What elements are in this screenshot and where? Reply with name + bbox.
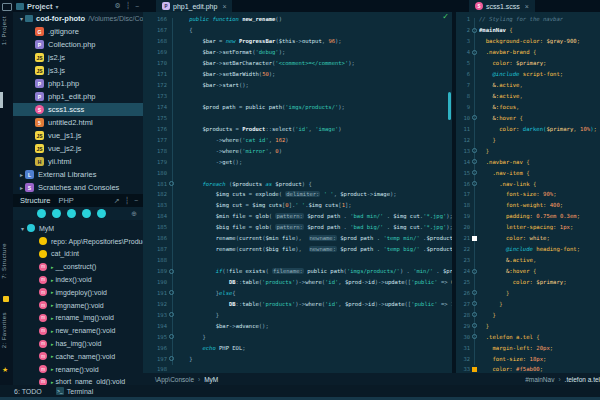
hide-panel-icon[interactable]: − — [134, 197, 138, 205]
fold-marker-icon[interactable] — [169, 181, 174, 186]
code-line[interactable]: 184 $min_file = glob( pattern: $prod_pat… — [143, 211, 452, 222]
code-line[interactable]: 19 padding: 0.75em 0.3em; — [456, 211, 600, 222]
code-line[interactable]: 193 } — [143, 309, 452, 320]
code-line[interactable]: 18 font-weight: 400; — [456, 200, 600, 211]
gear-icon[interactable]: ⚙ — [114, 2, 120, 10]
scss-editor[interactable]: 1// Styling for the navbar2#mainNav {3 b… — [456, 12, 600, 373]
toolstrip-project-button[interactable]: 1: Project — [1, 16, 7, 45]
close-icon[interactable]: × — [222, 3, 226, 10]
terminal-button[interactable]: >_ Terminal — [56, 387, 93, 395]
code-line[interactable]: 28 } — [456, 309, 600, 320]
fold-marker-icon[interactable] — [169, 269, 174, 274]
code-line[interactable]: 197 } — [143, 353, 452, 364]
code-line[interactable]: 189 if(!file_exists( filename: public_pa… — [143, 266, 452, 277]
project-root-row[interactable]: ▾ cod-for-photo /Volumes/Disc/Code/co — [13, 12, 143, 25]
code-line[interactable]: 181 foreach ($products as $product) { — [143, 178, 452, 189]
chevron-right-icon[interactable]: ▸ — [20, 184, 23, 191]
fold-marker-icon[interactable] — [169, 312, 174, 317]
fold-marker-icon[interactable] — [169, 334, 174, 339]
filter-toggle-icon[interactable] — [52, 209, 61, 218]
file-php1_edit.php[interactable]: Pphp1_edit.php — [13, 90, 143, 103]
fold-marker-icon[interactable] — [472, 312, 477, 317]
code-line[interactable]: 6 @include script-font; — [456, 69, 600, 80]
file-Scratches and Consoles[interactable]: ▸SScratches and Consoles — [13, 181, 143, 194]
code-line[interactable]: 26 } — [456, 287, 600, 298]
code-line[interactable]: 172 $bar->start(); — [143, 80, 452, 91]
fold-marker-icon[interactable] — [472, 159, 477, 164]
code-line[interactable]: 174 $prod_path = public_path('imgs/produ… — [143, 102, 452, 113]
code-line[interactable]: 183 $img_cut = $img_cuts[0].'_'.$img_cut… — [143, 200, 452, 211]
code-line[interactable]: 33 color: #f5ab00; — [456, 364, 600, 373]
file-.gitignore[interactable]: G.gitignore — [13, 25, 143, 38]
color-swatch[interactable] — [472, 236, 477, 241]
code-line[interactable]: 21 color: white; — [456, 233, 600, 244]
expand-icon[interactable]: ↗ — [114, 197, 120, 205]
breadcrumb-item[interactable]: .telefon a.tel — [565, 376, 600, 383]
code-line[interactable]: 16 .nav-link { — [456, 178, 600, 189]
code-line[interactable]: 188 — [143, 255, 452, 266]
code-line[interactable]: 185 $big_file = glob( pattern: $prod_pat… — [143, 222, 452, 233]
close-icon[interactable]: × — [525, 3, 529, 10]
hide-panel-icon[interactable]: − — [135, 3, 139, 10]
fold-marker-icon[interactable] — [169, 356, 174, 361]
file-js3.js[interactable]: JSjs3.js — [13, 64, 143, 77]
file-External Libraries[interactable]: ▸LExternal Libraries — [13, 168, 143, 181]
code-line[interactable]: 22 @include heading-font; — [456, 244, 600, 255]
toolstrip-favorites-button[interactable]: 2: Favorites — [1, 312, 7, 348]
code-line[interactable]: 195 } — [143, 331, 452, 342]
file-Collection.php[interactable]: PCollection.php — [13, 38, 143, 51]
code-line[interactable]: 3 background-color: $gray-900; — [456, 36, 600, 47]
code-line[interactable]: 171 $bar->setBarWidth(50); — [143, 69, 452, 80]
file-yii.html[interactable]: Hyii.html — [13, 155, 143, 168]
code-line[interactable]: 10 &:hover { — [456, 112, 600, 123]
code-line[interactable]: 168 $bar = new ProgressBar($this->output… — [143, 36, 452, 47]
code-line[interactable]: 169 $bar->setFormat('debug'); — [143, 47, 452, 58]
structure-item-rename_imgvoid[interactable]: m▸rename_img():void — [13, 312, 143, 325]
breadcrumb-item[interactable]: \App\Console — [155, 376, 194, 383]
code-line[interactable]: 186 rename(current($min_file), newname: … — [143, 233, 452, 244]
code-line[interactable]: 30 .telefon a.tel { — [456, 331, 600, 342]
toolstrip-structure-button[interactable]: 7: Structure — [1, 243, 7, 279]
fold-marker-icon[interactable] — [472, 323, 477, 328]
filter-toggle-icon[interactable] — [67, 209, 76, 218]
fold-marker-icon[interactable] — [472, 290, 477, 295]
scrollbar-thumb[interactable] — [448, 92, 451, 120]
code-line[interactable]: 29 } — [456, 320, 600, 331]
code-line[interactable]: 5 color: $primary; — [456, 58, 600, 69]
structure-item-cache_namevoid[interactable]: m▸cache_name():void — [13, 350, 143, 363]
breadcrumb-item[interactable]: MyM — [204, 376, 218, 383]
filter-toggle-icon[interactable] — [97, 209, 106, 218]
code-line[interactable]: 32 font-size: 18px; — [456, 353, 600, 364]
code-line[interactable]: 23 &.active, — [456, 255, 600, 266]
code-line[interactable]: 192 DB::table('products')->where('id', $… — [143, 298, 452, 309]
code-line[interactable]: 17 font-size: 90%; — [456, 189, 600, 200]
code-line[interactable]: 27 } — [456, 298, 600, 309]
project-panel-header[interactable]: Project ▾ ⚙ ┆ − — [16, 0, 143, 12]
chevron-down-icon[interactable]: ▾ — [55, 3, 58, 10]
fold-marker-icon[interactable] — [472, 115, 477, 120]
tab-php1-edit[interactable]: P php1_edit.php × — [156, 0, 232, 12]
code-line[interactable]: 9 &:focus, — [456, 102, 600, 113]
chevron-down-icon[interactable]: ▾ — [20, 15, 23, 22]
code-line[interactable]: 2#mainNav { — [456, 25, 600, 36]
editor-split-divider[interactable] — [452, 12, 456, 373]
code-line[interactable]: 24 &:hover { — [456, 266, 600, 277]
filter-toggle-icon[interactable] — [37, 209, 46, 218]
code-line[interactable]: 7 &.active, — [456, 80, 600, 91]
code-line[interactable]: 170 $bar->setBarCharacter('<comment>=</c… — [143, 58, 452, 69]
structure-item-renamevoid[interactable]: m▸rename():void — [13, 363, 143, 376]
code-line[interactable]: 198 — [143, 364, 452, 373]
chevron-right-icon[interactable]: ▸ — [20, 171, 23, 178]
structure-item-new_renamevoid[interactable]: m▸new_rename():void — [13, 324, 143, 337]
fold-marker-icon[interactable] — [472, 170, 477, 175]
php-editor[interactable]: 166 public function new_rename()167 {168… — [143, 12, 452, 373]
fold-marker-icon[interactable] — [169, 290, 174, 295]
code-line[interactable]: 166 public function new_rename() — [143, 14, 452, 25]
code-line[interactable]: 12 } — [456, 134, 600, 145]
code-line[interactable]: 1// Styling for the navbar — [456, 14, 600, 25]
fold-marker-icon[interactable] — [472, 269, 477, 274]
code-line[interactable]: 167 { — [143, 25, 452, 36]
file-php1.php[interactable]: Pphp1.php — [13, 77, 143, 90]
structure-item-__construct[interactable]: m▸__construct() — [13, 260, 143, 273]
code-line[interactable]: 25 color: $primary; — [456, 277, 600, 288]
